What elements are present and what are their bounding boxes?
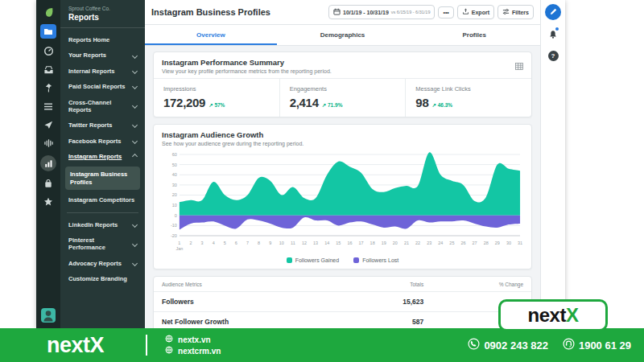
audience-metrics-table: Audience Metrics Totals % Change Followe…: [154, 277, 531, 328]
x-tick-label: 10: [279, 241, 284, 245]
x-tick-label: 19: [382, 241, 386, 245]
sidebar-item-facebook-reports[interactable]: Facebook Reports: [60, 134, 145, 149]
footer-logo: nextX: [47, 333, 104, 358]
sidebar-item-reports-home[interactable]: Reports Home: [60, 32, 145, 47]
metric-change: ↗ 71.9%: [322, 102, 343, 109]
sidebar-item-label: Reports Home: [68, 36, 109, 43]
metric-value: 2,414: [290, 96, 319, 109]
chevron-down-icon: [132, 53, 138, 59]
export-icon: [462, 8, 469, 16]
phone-icon: [468, 338, 480, 352]
notifications-bell-icon[interactable]: [548, 28, 558, 43]
legend-swatch: [353, 257, 359, 263]
sidebar-item-instagram-competitors[interactable]: Instagram Competitors: [60, 192, 145, 208]
metric-label: Engagements: [290, 85, 396, 93]
more-options-button[interactable]: •••: [438, 6, 453, 19]
sidebar-item-your-reports[interactable]: Your Reports: [60, 47, 145, 63]
sidebar-item-internal-reports[interactable]: Internal Reports: [60, 64, 145, 79]
x-tick-label: 27: [473, 241, 477, 245]
sidebar-item-customize-branding[interactable]: Customize Branding: [60, 271, 145, 286]
summary-metrics: Impressions172,209↗ 57%Engagements2,414↗…: [154, 78, 531, 117]
sidebar-item-label: Instagram Reports: [68, 153, 122, 160]
notification-dot: [555, 27, 559, 31]
area-series-followers-lost: [180, 216, 520, 230]
chevron-down-icon: [132, 68, 138, 74]
footer-bar: nextX nextx.vn nextcrm.vn 0902 243 822 1…: [0, 328, 644, 362]
inbox-icon[interactable]: [41, 63, 56, 76]
star-icon[interactable]: [41, 195, 56, 208]
filters-button[interactable]: Filters: [497, 5, 534, 19]
gauge-icon[interactable]: [41, 44, 56, 57]
tab-demographics[interactable]: Demographics: [277, 25, 409, 45]
sidebar-item-instagram-business-profiles[interactable]: Instagram Business Profiles: [65, 167, 140, 190]
sidebar: Sprout Coffee Co. Reports Reports HomeYo…: [60, 0, 145, 328]
pin-icon[interactable]: [41, 81, 56, 94]
badge-text-x: X: [566, 304, 579, 327]
metric-message-link-clicks: Message Link Clicks98↗ 46.3%: [405, 79, 531, 117]
sidebar-item-label: Cross-Channel Reports: [68, 99, 130, 114]
legend-item-followers-lost[interactable]: Followers Lost: [353, 257, 398, 263]
icon-rail: [36, 0, 60, 328]
table-view-icon[interactable]: [515, 59, 523, 73]
chevron-down-icon: [132, 241, 138, 247]
sidebar-item-advocacy-reports[interactable]: Advocacy Reports: [60, 256, 145, 271]
sidebar-header: Sprout Coffee Co. Reports: [60, 0, 145, 28]
up-arrow-icon: ↗: [322, 102, 326, 108]
sidebar-item-label: Customize Branding: [68, 275, 127, 282]
date-range-picker[interactable]: 10/1/19 - 10/31/19 vs 6/15/19 - 6/31/19: [328, 5, 435, 19]
performance-summary-header: Instagram Performance Summary View your …: [154, 52, 531, 78]
company-name: Sprout Coffee Co.: [68, 6, 137, 11]
sprout-leaf-logo-icon: [41, 6, 56, 19]
area-chart: 6050403020100-10-20123456789101112131415…: [160, 150, 525, 252]
sidebar-item-cross-channel-reports[interactable]: Cross-Channel Reports: [60, 95, 145, 118]
footer-phone-1[interactable]: 0902 243 822: [468, 338, 548, 352]
sidebar-item-linkedin-reports[interactable]: LinkedIn Reports: [60, 217, 145, 232]
sidebar-item-twitter-reports[interactable]: Twitter Reports: [60, 117, 145, 133]
report-content: Instagram Performance Summary View your …: [145, 46, 540, 328]
x-tick-label: 7: [246, 241, 249, 245]
compose-button[interactable]: [545, 4, 561, 20]
export-button[interactable]: Export: [457, 5, 494, 19]
shopping-bag-icon[interactable]: [41, 177, 56, 190]
x-tick-label: 23: [427, 241, 431, 245]
x-tick-label: 31: [518, 241, 522, 245]
x-tick-label: 2: [189, 241, 192, 245]
tab-profiles[interactable]: Profiles: [408, 25, 540, 45]
sidebar-divider: [67, 212, 138, 213]
help-icon[interactable]: ?: [548, 51, 559, 61]
x-tick-label: 15: [336, 241, 341, 245]
filters-label: Filters: [512, 10, 529, 15]
audio-bars-icon[interactable]: [41, 137, 56, 150]
bar-chart-reports-icon[interactable]: [40, 155, 56, 171]
row-metric: Net Follower Growth: [154, 312, 357, 329]
metric-engagements: Engagements2,414↗ 71.9%: [279, 79, 406, 117]
paper-plane-icon[interactable]: [41, 118, 56, 131]
user-avatar[interactable]: [41, 308, 56, 323]
sidebar-item-instagram-reports[interactable]: Instagram Reports: [60, 149, 145, 164]
badge-text-next: next: [528, 304, 566, 327]
y-tick-label: 30: [172, 183, 177, 187]
export-label: Export: [472, 10, 489, 15]
x-tick-label: 17: [359, 241, 364, 245]
chart-legend: Followers GainedFollowers Lost: [154, 255, 531, 269]
tab-overview[interactable]: Overview: [145, 25, 277, 45]
table-row-net-follower-growth[interactable]: Net Follower Growth587: [154, 312, 531, 329]
table-row-followers[interactable]: Followers15,623↗3.9%: [154, 292, 531, 312]
footer-website-2[interactable]: nextcrm.vn: [165, 346, 221, 356]
x-tick-label: 12: [302, 241, 307, 245]
row-total: 15,623: [357, 292, 456, 312]
up-arrow-icon: ↗: [431, 102, 436, 108]
sidebar-item-pinterest-performance[interactable]: Pinterest Performance: [60, 232, 145, 256]
nextx-badge: nextX: [498, 299, 608, 331]
sidebar-item-paid-social-reports[interactable]: Paid Social Reports: [60, 79, 145, 94]
sidebar-item-label: LinkedIn Reports: [68, 221, 118, 228]
legend-item-followers-gained[interactable]: Followers Gained: [287, 257, 339, 263]
x-tick-label: 25: [449, 241, 454, 245]
chevron-down-icon: [132, 261, 138, 266]
footer-phone-text: 1900 61 29: [579, 339, 631, 352]
footer-phone-2[interactable]: 1900 61 29: [563, 338, 631, 352]
list-icon[interactable]: [41, 100, 56, 113]
footer-website-text: nextcrm.vn: [178, 347, 221, 356]
folder-icon[interactable]: [40, 24, 56, 39]
footer-website-1[interactable]: nextx.vn: [165, 335, 221, 344]
